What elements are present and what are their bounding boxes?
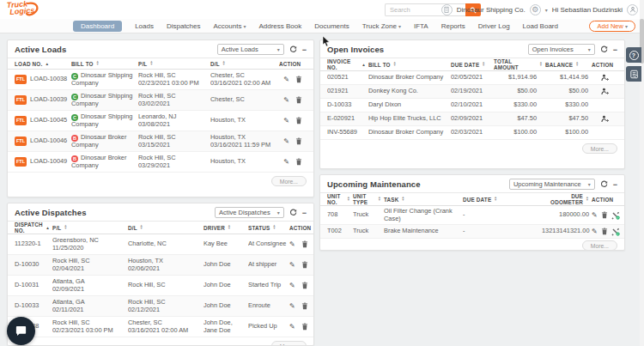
table-row[interactable]: D-10030Rock Hill, SC02/04/2021Houston, T… (8, 255, 313, 276)
nav-item-accounts[interactable]: Accounts▾ (214, 22, 246, 30)
table-row[interactable]: 112320-1Greensboro, NC11/25/2020Charlott… (8, 234, 313, 255)
add-new-button[interactable]: Add New ▾ (589, 21, 635, 32)
edit-icon[interactable]: ✎ (289, 282, 295, 289)
delete-icon[interactable] (601, 228, 608, 235)
open-invoices-more-button[interactable]: More... (582, 143, 617, 154)
gear-icon[interactable]: ⚙ (530, 4, 541, 15)
active-dispatches-more-button[interactable]: More... (271, 341, 307, 346)
open-invoices-filter-select[interactable]: Open Invoices▾ (528, 44, 595, 55)
table-row[interactable]: FTLLOAD-10038CDinosaur Shipping CompanyR… (8, 70, 313, 90)
person-icon[interactable] (627, 4, 638, 15)
upcoming-maintenance-col-unit-no[interactable]: UNIT NO.▲▼ (327, 193, 353, 205)
delete-icon[interactable] (301, 282, 308, 289)
refresh-icon[interactable] (600, 180, 608, 188)
edit-icon[interactable]: ✎ (592, 212, 598, 219)
refresh-icon[interactable] (289, 46, 297, 53)
nav-item-loads[interactable]: Loads (135, 22, 154, 30)
collapse-icon[interactable]: − (613, 180, 617, 189)
collapse-icon[interactable]: − (302, 46, 307, 54)
delete-icon[interactable] (601, 211, 608, 219)
upcoming-maintenance-col-unit-type[interactable]: UNIT TYPE▲▼ (353, 193, 384, 205)
table-row[interactable]: D-10033Daryl Dixon02/10/2021$330.00$330.… (320, 99, 624, 112)
nav-item-address-book[interactable]: Address Book (258, 22, 301, 30)
edit-icon[interactable]: ✎ (283, 118, 289, 124)
edit-icon[interactable]: ✎ (283, 97, 289, 104)
open-invoices-col-bill-to[interactable]: BILL TO▲▼ (368, 62, 451, 68)
chevron-down-icon[interactable]: ▾ (545, 7, 548, 13)
active-loads-col-p-l[interactable]: P/L▲▼ (138, 61, 210, 67)
refresh-icon[interactable] (600, 46, 608, 53)
active-dispatches-col-status[interactable]: STATUS▲▼ (248, 225, 289, 231)
edit-icon[interactable]: ✎ (289, 303, 295, 310)
table-row[interactable]: 708TruckOil Filter Change (Crank Case)-1… (320, 206, 624, 225)
nav-item-reports[interactable]: Reports (441, 22, 465, 30)
help-button[interactable]: ? (626, 47, 641, 63)
record-payment-icon[interactable] (601, 74, 609, 82)
table-row[interactable]: D-10033Atlanta, GA02/11/2021Rock Hill, S… (8, 296, 313, 317)
record-payment-icon[interactable] (601, 115, 609, 123)
nav-item-documents[interactable]: Documents (314, 22, 349, 30)
active-loads-filter-select[interactable]: Active Loads▾ (217, 44, 284, 55)
edit-icon[interactable]: ✎ (289, 241, 295, 248)
table-row[interactable]: FTLLOAD-10049BDinosaur Broker CompanyRoc… (8, 152, 313, 173)
upcoming-maintenance-filter-select[interactable]: Upcoming Maintenance▾ (509, 179, 595, 190)
delete-icon[interactable] (295, 76, 302, 83)
collapse-icon[interactable]: − (302, 209, 307, 217)
nav-item-dashboard[interactable]: Dashboard (73, 21, 122, 32)
delete-icon[interactable] (295, 96, 302, 104)
active-loads-col-bill-to[interactable]: BILL TO▲▼ (71, 61, 138, 67)
active-dispatches-col-p-l[interactable]: P/L▲▼ (52, 225, 128, 231)
delete-icon[interactable] (301, 302, 308, 310)
open-invoices-col-balance[interactable]: BALANCE▲▼ (545, 62, 592, 68)
edit-icon[interactable]: ✎ (592, 228, 598, 235)
open-invoices-col-due-date[interactable]: DUE DATE▲▼ (451, 62, 494, 68)
chat-launcher-button[interactable] (7, 317, 35, 345)
nav-item-driver-log[interactable]: Driver Log (478, 22, 510, 30)
table-row[interactable]: FTLLOAD-10039CDinosaur Shipping CompanyR… (8, 90, 313, 111)
table-row[interactable]: T002TruckBrake Maintenance-13213141321.0… (320, 225, 624, 239)
delete-icon[interactable] (295, 137, 302, 145)
active-loads-col-load-no[interactable]: LOAD NO.▲ (15, 61, 71, 67)
nav-item-ifta[interactable]: IFTA (414, 22, 428, 30)
upcoming-maintenance-col-due-odometer[interactable]: DUE ODOMETER▲▼ (542, 193, 592, 205)
upcoming-maintenance-more-button[interactable]: More... (582, 240, 617, 251)
edit-icon[interactable]: ✎ (283, 159, 289, 166)
delete-icon[interactable] (301, 240, 308, 248)
open-invoices-col-invoice-no[interactable]: INVOICE NO.▲ (327, 58, 368, 70)
upcoming-maintenance-col-due-date[interactable]: DUE DATE▲▼ (463, 197, 542, 203)
nav-item-truck-zone[interactable]: Truck Zone▾ (362, 22, 401, 30)
edit-icon[interactable]: ✎ (289, 324, 295, 331)
table-row[interactable]: D-10038Rock Hill, SC02/23/2021 03:00 PMC… (8, 317, 313, 337)
delete-icon[interactable] (301, 323, 308, 331)
table-row[interactable]: INV-55689Dinosaur Broker Company02/03/20… (320, 126, 624, 140)
user-greeting[interactable]: Hi Sebastian Dudzinski (552, 6, 623, 14)
company-name[interactable]: Dinosaur Shipping Co. (457, 6, 526, 14)
edit-icon[interactable]: ✎ (283, 76, 289, 83)
table-row[interactable]: 021921Donkey Kong Co.02/19/2021$50.00$50… (320, 85, 624, 99)
notes-button[interactable] (626, 66, 641, 82)
table-row[interactable]: FTLLOAD-10045CDinosaur Shipping CompanyL… (8, 111, 313, 131)
open-invoices-col-total-amount[interactable]: TOTAL AMOUNT▲▼ (494, 58, 545, 70)
delete-icon[interactable] (301, 261, 308, 269)
delete-icon[interactable] (295, 158, 302, 166)
active-loads-more-button[interactable]: More... (271, 176, 307, 186)
active-dispatches-col-dispatch-no[interactable]: DISPATCH NO.▲ (15, 222, 52, 234)
edit-icon[interactable]: ✎ (283, 138, 289, 145)
delete-icon[interactable] (295, 117, 302, 124)
active-dispatches-col-d-l[interactable]: D/L▲▼ (128, 225, 204, 231)
edit-icon[interactable]: ✎ (289, 262, 295, 269)
table-row[interactable]: FTLLOAD-10046BDinosaur Broker CompanyRoc… (8, 131, 313, 152)
active-loads-col-d-l[interactable]: D/L▲▼ (210, 61, 279, 67)
active-dispatches-col-driver[interactable]: DRIVER▲▼ (204, 225, 248, 231)
table-row[interactable]: E-020921Hip Hop Elite Trucks, LLC02/09/2… (320, 112, 624, 126)
nav-item-dispatches[interactable]: Dispatches (167, 22, 201, 30)
upcoming-maintenance-col-task[interactable]: TASK▲▼ (384, 197, 463, 203)
collapse-icon[interactable]: − (613, 46, 617, 54)
maintenance-complete-icon[interactable] (611, 228, 620, 236)
table-row[interactable]: D-10031Atlanta, GA02/09/2021Rock Hill, S… (8, 276, 313, 296)
table-row[interactable]: 020521Dinosaur Broker Company02/05/2021$… (320, 71, 624, 85)
maintenance-complete-icon[interactable] (611, 211, 620, 220)
nav-item-load-board[interactable]: Load Board (523, 22, 558, 30)
record-payment-icon[interactable] (601, 88, 609, 95)
refresh-icon[interactable] (289, 209, 297, 216)
